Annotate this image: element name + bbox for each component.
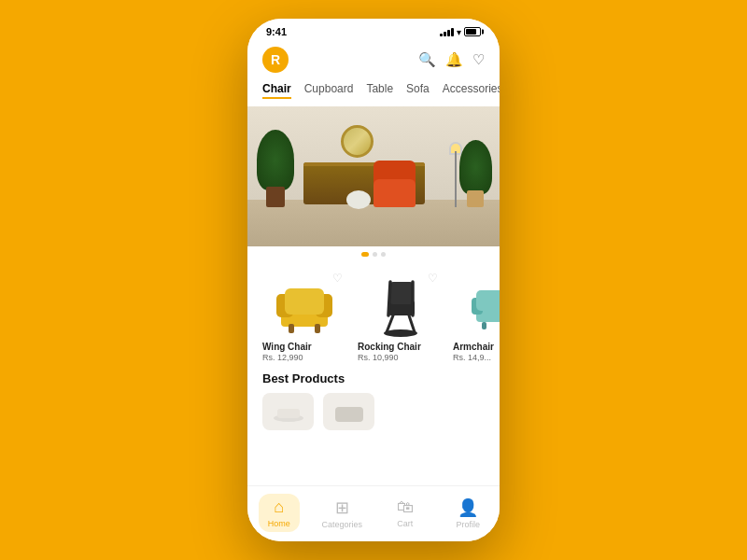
signal-icon — [440, 27, 454, 36]
rocking-chair-image: ♡ — [358, 268, 442, 338]
svg-rect-21 — [335, 407, 363, 422]
category-nav: Chair Cupboard Table Sofa Accessories — [247, 78, 500, 106]
categories-icon: ⊞ — [335, 497, 349, 518]
categories-label: Categories — [321, 520, 362, 529]
search-icon[interactable]: 🔍 — [418, 51, 436, 68]
svg-point-10 — [384, 329, 417, 337]
wifi-icon: ▾ — [457, 27, 461, 37]
battery-icon — [464, 27, 481, 36]
hero-scene — [247, 106, 500, 246]
rocking-chair-wishlist[interactable]: ♡ — [428, 272, 438, 285]
armchair-image: ♡ — [453, 268, 500, 338]
svg-rect-3 — [285, 288, 324, 315]
nav-profile[interactable]: 👤 Profile — [437, 497, 500, 529]
svg-line-9 — [409, 315, 415, 332]
nav-categories[interactable]: ⊞ Categories — [311, 497, 374, 529]
products-section: ♡ Wing Chair Rs. 12,990 — [247, 260, 500, 485]
cart-icon: 🛍 — [397, 497, 414, 517]
rocking-chair-name: Rocking Chair — [358, 342, 442, 352]
svg-rect-4 — [289, 324, 294, 333]
svg-rect-16 — [476, 290, 500, 311]
category-accessories[interactable]: Accessories — [443, 82, 500, 99]
header-actions: 🔍 🔔 ♡ — [418, 51, 485, 68]
nav-cart[interactable]: 🛍 Cart — [374, 497, 437, 528]
status-icons: ▾ — [440, 27, 481, 37]
armchair-price: Rs. 14,9... — [453, 353, 500, 362]
product-card-rocking-chair[interactable]: ♡ Rocking Chair Rs. 10,990 — [358, 268, 442, 362]
status-bar: 9:41 ▾ — [247, 19, 500, 41]
banner-dots — [247, 246, 500, 260]
svg-rect-20 — [277, 409, 300, 418]
product-card-wing-chair[interactable]: ♡ Wing Chair Rs. 12,990 — [262, 268, 346, 362]
nav-home[interactable]: ⌂ Home — [247, 494, 311, 532]
category-sofa[interactable]: Sofa — [406, 82, 430, 99]
dot-1[interactable] — [361, 252, 369, 257]
svg-rect-17 — [482, 322, 486, 329]
hero-banner — [247, 106, 500, 246]
best-product-1[interactable] — [262, 393, 314, 430]
wing-chair-image: ♡ — [262, 268, 346, 338]
wing-chair-wishlist[interactable]: ♡ — [332, 272, 343, 285]
dot-3[interactable] — [381, 252, 386, 257]
svg-rect-5 — [315, 324, 320, 333]
plant-right — [459, 142, 492, 207]
best-products-row — [247, 389, 500, 434]
armchair-name: Armchair — [453, 342, 500, 352]
best-product-2[interactable] — [323, 393, 374, 430]
home-label: Home — [268, 519, 290, 528]
phone-frame: 9:41 ▾ R 🔍 🔔 ♡ Chair Cupboard Table Sofa… — [247, 19, 500, 541]
status-time: 9:41 — [266, 26, 287, 37]
mirror-decor — [341, 125, 374, 158]
home-icon: ⌂ — [274, 497, 284, 517]
svg-rect-7 — [390, 282, 413, 304]
plant-left — [257, 133, 294, 207]
wing-chair-price: Rs. 12,990 — [262, 353, 346, 362]
wing-chair-name: Wing Chair — [262, 342, 346, 352]
header: R 🔍 🔔 ♡ — [247, 41, 500, 78]
category-chair[interactable]: Chair — [262, 82, 291, 99]
cart-label: Cart — [397, 519, 413, 528]
wishlist-icon[interactable]: ♡ — [472, 51, 485, 68]
rocking-chair-price: Rs. 10,990 — [358, 353, 442, 362]
notification-icon[interactable]: 🔔 — [445, 51, 463, 68]
category-table[interactable]: Table — [366, 82, 393, 99]
products-scroll: ♡ Wing Chair Rs. 12,990 — [247, 264, 500, 366]
svg-line-11 — [388, 282, 390, 315]
orange-chair — [369, 161, 420, 207]
pouf-furniture — [346, 190, 371, 209]
logo[interactable]: R — [262, 47, 289, 73]
bottom-nav: ⌂ Home ⊞ Categories 🛍 Cart 👤 Profile — [247, 485, 500, 541]
profile-icon: 👤 — [458, 497, 478, 518]
dot-2[interactable] — [373, 252, 377, 257]
category-cupboard[interactable]: Cupboard — [304, 82, 354, 99]
best-products-title: Best Products — [247, 366, 500, 389]
svg-line-8 — [387, 315, 393, 332]
profile-label: Profile — [456, 520, 480, 529]
product-card-armchair[interactable]: ♡ Armchair Rs. 14,9... — [453, 268, 500, 362]
